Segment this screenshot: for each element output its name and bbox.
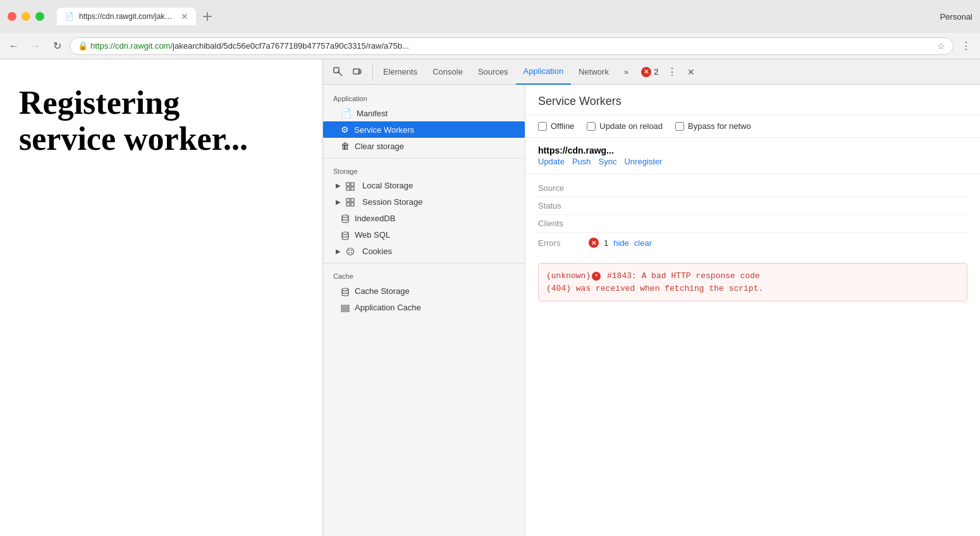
sw-url: https://cdn.rawg...	[538, 145, 967, 155]
tab-more[interactable]: »	[616, 59, 636, 85]
minimize-traffic-light[interactable]	[21, 12, 30, 21]
device-toolbar-button[interactable]	[348, 63, 366, 81]
error-count: 2	[654, 67, 658, 76]
service-workers-icon: ⚙	[341, 125, 349, 135]
browser-menu-button[interactable]: ⋮	[957, 37, 975, 55]
content-area: Registering service worker...	[0, 59, 980, 536]
browser-window: 📄 https://cdn.rawgit.com/jakearc ✕ Perso…	[0, 0, 980, 536]
heading-line1: Registering	[19, 85, 180, 121]
tab-title: https://cdn.rawgit.com/jakearc	[79, 12, 176, 21]
sidebar-divider-1	[323, 158, 525, 159]
sidebar-item-cookies[interactable]: ▶ Cookies	[323, 243, 525, 260]
svg-point-18	[348, 252, 350, 253]
close-traffic-light[interactable]	[8, 12, 16, 21]
svg-rect-11	[346, 203, 350, 206]
svg-rect-1	[207, 12, 208, 21]
update-on-reload-checkbox-label[interactable]: Update on reload	[587, 121, 663, 131]
new-tab-button[interactable]	[199, 8, 216, 25]
sidebar-item-session-storage[interactable]: ▶ Session Storage	[323, 194, 525, 210]
svg-point-16	[348, 250, 350, 251]
page-content: Registering service worker...	[0, 59, 322, 536]
sw-unregister-link[interactable]: Unregister	[624, 157, 662, 166]
devtools-inspector-icons	[326, 63, 370, 81]
svg-rect-8	[351, 187, 354, 190]
devtools-close-button[interactable]: ✕	[682, 63, 700, 81]
session-storage-grid-icon	[346, 197, 355, 207]
sidebar-item-clear-storage[interactable]: 🗑 Clear storage	[323, 138, 525, 154]
indexeddb-label: IndexedDB	[355, 214, 395, 223]
svg-point-20	[342, 288, 348, 291]
devtools-sidebar: Application 📄 Manifest ⚙ Service Workers…	[323, 85, 525, 536]
svg-rect-5	[346, 183, 350, 186]
bypass-for-network-checkbox[interactable]	[675, 122, 684, 131]
sidebar-item-service-workers[interactable]: ⚙ Service Workers	[323, 121, 525, 138]
source-label: Source	[538, 183, 589, 193]
svg-point-19	[351, 252, 352, 253]
bookmark-button[interactable]: ☆	[937, 41, 945, 51]
sw-sync-link[interactable]: Sync	[599, 157, 617, 166]
svg-point-17	[351, 250, 352, 251]
sidebar-item-indexeddb[interactable]: IndexedDB	[323, 210, 525, 226]
element-picker-button[interactable]	[329, 63, 347, 81]
cookies-icon	[346, 247, 355, 257]
sw-push-link[interactable]: Push	[572, 157, 591, 166]
status-label: Status	[538, 201, 589, 210]
svg-point-14	[342, 232, 348, 234]
devtools-main-panel: Service Workers Offline Update on reload	[525, 85, 980, 536]
sw-clients-row: Clients	[538, 215, 967, 233]
svg-point-13	[342, 215, 348, 217]
errors-content: ✕ 1 hide clear	[589, 238, 652, 248]
maximize-traffic-light[interactable]	[35, 12, 44, 21]
sw-source-row: Source	[538, 180, 967, 197]
sidebar-item-local-storage[interactable]: ▶ Local Storage	[323, 178, 525, 194]
reload-button[interactable]: ↻	[48, 37, 66, 55]
panel-options: Offline Update on reload Bypass for netw…	[525, 115, 980, 138]
bypass-for-network-label: Bypass for netwo	[688, 121, 751, 131]
sidebar-item-manifest[interactable]: 📄 Manifest	[323, 105, 525, 121]
traffic-lights	[8, 12, 44, 21]
devtools-panel: Elements Console Sources Application Net…	[322, 59, 980, 536]
storage-section-label: Storage	[323, 162, 525, 178]
clear-storage-label: Clear storage	[355, 142, 404, 151]
devtools-settings-button[interactable]: ⋮	[663, 63, 681, 81]
app-cache-label: Application Cache	[355, 303, 421, 312]
sidebar-item-web-sql[interactable]: Web SQL	[323, 226, 525, 243]
bypass-for-network-checkbox-label[interactable]: Bypass for netwo	[675, 121, 751, 131]
update-on-reload-checkbox[interactable]	[587, 122, 596, 131]
sidebar-item-cache-storage[interactable]: Cache Storage	[323, 283, 525, 299]
personal-label: Personal	[940, 12, 972, 21]
offline-label: Offline	[551, 121, 574, 131]
cache-storage-label: Cache Storage	[355, 286, 410, 296]
back-button[interactable]: ←	[5, 37, 23, 55]
sw-details: Source Status Clients Errors	[525, 174, 980, 258]
tab-elements[interactable]: Elements	[376, 59, 425, 85]
title-bar: 📄 https://cdn.rawgit.com/jakearc ✕ Perso…	[0, 0, 980, 33]
cookies-label: Cookies	[362, 247, 392, 256]
browser-tab[interactable]: 📄 https://cdn.rawgit.com/jakearc ✕	[57, 8, 196, 25]
tab-console[interactable]: Console	[425, 59, 470, 85]
local-storage-expand-icon: ▶	[336, 182, 341, 189]
tabs-bar: 📄 https://cdn.rawgit.com/jakearc ✕	[57, 8, 935, 25]
local-storage-label: Local Storage	[362, 181, 413, 190]
tab-sources[interactable]: Sources	[470, 59, 516, 85]
errors-count: 1	[604, 238, 608, 248]
local-storage-grid-icon	[346, 181, 355, 191]
svg-rect-9	[346, 198, 350, 202]
sidebar-item-app-cache[interactable]: Application Cache	[323, 300, 525, 316]
svg-rect-21	[341, 305, 349, 307]
tab-network[interactable]: Network	[571, 59, 616, 85]
devtools-body: Application 📄 Manifest ⚙ Service Workers…	[323, 85, 980, 536]
errors-hide-link[interactable]: hide	[613, 238, 629, 248]
tab-application[interactable]: Application	[516, 59, 572, 85]
sw-update-link[interactable]: Update	[538, 157, 565, 166]
address-bar[interactable]: 🔒 https://cdn.rawgit.com/jakearchibald/5…	[70, 37, 953, 55]
forward-button[interactable]: →	[27, 37, 44, 55]
errors-clear-link[interactable]: clear	[634, 238, 652, 248]
offline-checkbox-label[interactable]: Offline	[538, 121, 574, 131]
session-storage-expand-icon: ▶	[336, 198, 341, 205]
error-circle-icon: ✕	[641, 67, 651, 77]
service-workers-label: Service Workers	[354, 125, 414, 135]
error-log: (unknown)✕ #1843: A bad HTTP response co…	[538, 263, 967, 302]
tab-close-button[interactable]: ✕	[181, 11, 188, 21]
offline-checkbox[interactable]	[538, 122, 547, 131]
